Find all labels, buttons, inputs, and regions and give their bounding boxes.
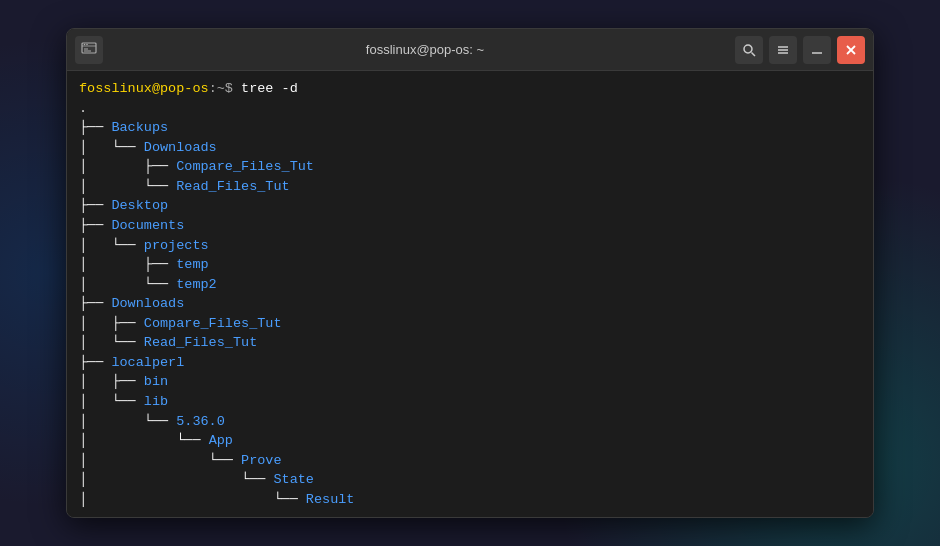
prompt-user: fosslinux@pop-os xyxy=(79,79,209,99)
menu-button[interactable] xyxy=(769,36,797,64)
tree-line: │ └── Read_Files_Tut xyxy=(79,333,861,353)
tree-line: │ └── projects xyxy=(79,236,861,256)
title-bar: fosslinux@pop-os: ~ xyxy=(67,29,873,71)
tree-line: │ ├── Compare_Files_Tut xyxy=(79,157,861,177)
tree-line: │ └── App xyxy=(79,431,861,451)
tree-line: ├── Desktop xyxy=(79,196,861,216)
tree-line: . xyxy=(79,99,861,119)
tree-line: │ └── lib xyxy=(79,392,861,412)
tree-line: ├── localperl xyxy=(79,353,861,373)
close-button[interactable] xyxy=(837,36,865,64)
terminal-body[interactable]: fosslinux@pop-os:~$ tree -d .├── Backups… xyxy=(67,71,873,517)
tree-line: │ └── Read_Files_Tut xyxy=(79,177,861,197)
svg-line-7 xyxy=(752,52,756,56)
prompt-separator: :~$ xyxy=(209,79,233,99)
svg-point-6 xyxy=(744,45,752,53)
tree-line: ├── Backups xyxy=(79,118,861,138)
tree-line: │ └── temp2 xyxy=(79,275,861,295)
tree-line: ├── Documents xyxy=(79,216,861,236)
tree-output: .├── Backups│ └── Downloads│ ├── Compare… xyxy=(79,99,861,510)
minimize-button[interactable] xyxy=(803,36,831,64)
svg-point-3 xyxy=(86,43,88,45)
tree-line: │ └── 5.36.0 xyxy=(79,412,861,432)
svg-point-2 xyxy=(84,43,86,45)
prompt-line: fosslinux@pop-os:~$ tree -d xyxy=(79,79,861,99)
search-button[interactable] xyxy=(735,36,763,64)
window-controls xyxy=(735,36,865,64)
title-bar-left xyxy=(75,36,115,64)
tree-line: │ ├── Compare_Files_Tut xyxy=(79,314,861,334)
tree-line: │ ├── bin xyxy=(79,372,861,392)
prompt-command: tree -d xyxy=(233,79,298,99)
terminal-app-icon xyxy=(75,36,103,64)
tree-line: │ ├── temp xyxy=(79,255,861,275)
tree-line: │ └── Result xyxy=(79,490,861,510)
terminal-window: fosslinux@pop-os: ~ xyxy=(66,28,874,518)
tree-line: │ └── State xyxy=(79,470,861,490)
tree-line: ├── Downloads xyxy=(79,294,861,314)
tree-line: │ └── Downloads xyxy=(79,138,861,158)
window-title: fosslinux@pop-os: ~ xyxy=(115,42,735,57)
tree-line: │ └── Prove xyxy=(79,451,861,471)
